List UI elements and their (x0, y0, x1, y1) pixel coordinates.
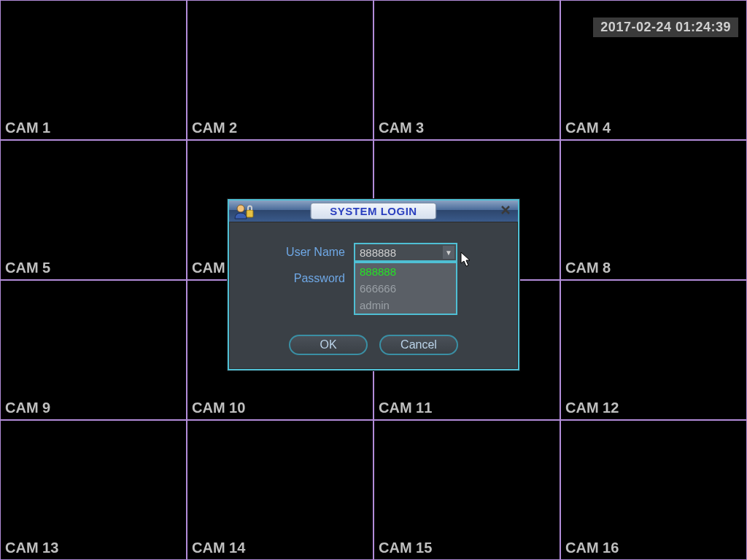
camera-label: CAM 2 (192, 120, 237, 136)
username-combo[interactable]: 888888 ▼ 888888 666666 admin (354, 243, 457, 262)
camera-label: CAM 14 (192, 540, 245, 556)
camera-label: CAM 3 (379, 120, 424, 136)
password-label: Password (244, 272, 354, 285)
login-dialog: SYSTEM LOGIN User Name 888888 ▼ 888888 6… (228, 199, 519, 370)
camera-label: CAM 5 (5, 260, 50, 276)
dialog-title: SYSTEM LOGIN (310, 203, 436, 219)
camera-label: CAM 11 (379, 400, 432, 416)
camera-cell[interactable]: CAM 16 (560, 420, 747, 560)
ok-button[interactable]: OK (289, 335, 368, 355)
camera-cell[interactable]: CAM 8 (560, 140, 747, 280)
camera-label: CAM 10 (192, 400, 245, 416)
camera-label: CAM 9 (5, 400, 50, 416)
camera-label: CAM 1 (5, 120, 50, 136)
camera-cell[interactable]: CAM 15 (374, 420, 560, 560)
username-selected: 888888 (360, 246, 396, 259)
camera-cell[interactable]: CAM 5 (0, 140, 187, 280)
camera-label: CAM 13 (5, 540, 58, 556)
camera-cell[interactable]: CAM 14 (187, 420, 374, 560)
cancel-button[interactable]: Cancel (379, 335, 458, 355)
camera-cell[interactable]: CAM 2 (187, 0, 374, 140)
svg-point-0 (237, 205, 244, 212)
camera-label: CAM 15 (379, 540, 432, 556)
username-option[interactable]: 888888 (355, 263, 456, 280)
chevron-down-icon[interactable]: ▼ (443, 246, 454, 259)
dialog-titlebar[interactable]: SYSTEM LOGIN (229, 201, 518, 222)
close-icon (500, 204, 511, 216)
username-value[interactable]: 888888 ▼ (354, 243, 457, 262)
camera-cell[interactable]: CAM 12 (560, 280, 747, 420)
camera-cell[interactable]: CAM 9 (0, 280, 187, 420)
timestamp-display: 2017-02-24 01:24:39 (593, 18, 738, 37)
username-option[interactable]: 666666 (355, 280, 456, 297)
username-label: User Name (244, 246, 354, 259)
username-option[interactable]: admin (355, 297, 456, 314)
camera-label: CAM 8 (565, 260, 611, 276)
camera-cell[interactable]: CAM 1 (0, 0, 187, 140)
camera-label: CAM 4 (565, 120, 611, 136)
close-button[interactable] (499, 204, 512, 217)
camera-cell[interactable]: CAM 13 (0, 420, 187, 560)
dialog-body: User Name 888888 ▼ 888888 666666 admin P… (229, 222, 518, 369)
username-dropdown: 888888 666666 admin (354, 262, 457, 315)
svg-rect-1 (247, 210, 253, 217)
camera-label: CAM 12 (565, 400, 619, 416)
camera-cell[interactable]: CAM 3 (374, 0, 560, 140)
login-icon (232, 202, 257, 221)
camera-label: CAM 16 (565, 540, 619, 556)
